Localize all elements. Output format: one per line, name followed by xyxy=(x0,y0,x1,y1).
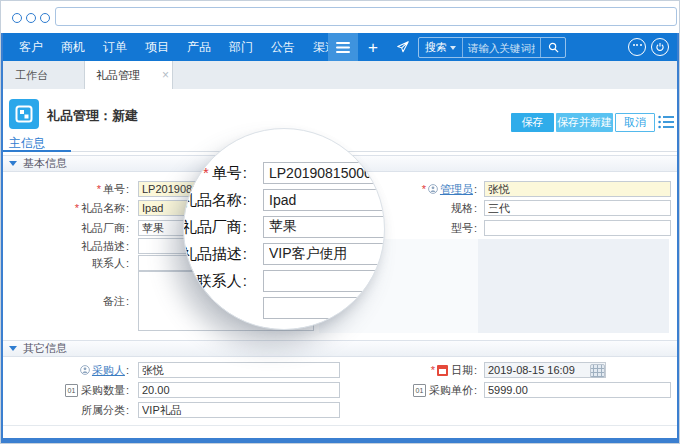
power-button[interactable] xyxy=(651,38,669,56)
section-other-info[interactable]: 其它信息 xyxy=(1,340,680,357)
person-icon xyxy=(80,365,90,375)
tab-workbench[interactable]: 工作台 xyxy=(1,61,85,89)
ellipsis-icon xyxy=(633,44,642,46)
more-options-button[interactable] xyxy=(628,38,646,56)
bottom-divider xyxy=(1,425,680,426)
main-nav: 客户 商机 订单 项目 产品 部门 公告 渠道 + 搜索 xyxy=(1,33,680,61)
field-label-docno: 单号 xyxy=(1,181,129,197)
power-icon xyxy=(655,42,665,52)
section-title: 其它信息 xyxy=(23,341,67,356)
tab-gift-management[interactable]: 礼品管理 × xyxy=(85,61,173,89)
field-label-remark: 备注 xyxy=(1,293,129,309)
browser-bar xyxy=(1,1,680,33)
disabled-fields-panel xyxy=(478,239,669,333)
quantity-input[interactable] xyxy=(138,382,340,398)
window-control-dot[interactable] xyxy=(40,13,50,23)
calendar-picker-icon[interactable] xyxy=(590,364,605,378)
person-icon xyxy=(428,184,438,194)
unit-price-input[interactable] xyxy=(484,382,671,398)
search-icon xyxy=(548,42,559,53)
list-view-icon[interactable] xyxy=(658,115,674,133)
section-title: 基本信息 xyxy=(23,156,67,171)
chevron-down-icon xyxy=(450,46,456,50)
search-submit-button[interactable] xyxy=(540,38,565,57)
admin-input[interactable] xyxy=(484,181,671,197)
hamburger-icon xyxy=(336,42,350,53)
page-title: 礼品管理：新建 xyxy=(47,107,138,125)
gift-module-icon xyxy=(9,99,39,129)
nav-item-product[interactable]: 产品 xyxy=(187,39,211,56)
window-frame-left xyxy=(1,33,3,444)
field-label-gift-name: 礼品名称 xyxy=(1,200,129,216)
field-label-contact: 联系人 xyxy=(1,255,129,271)
purchaser-link[interactable]: 采购人 xyxy=(92,362,125,378)
cancel-button[interactable]: 取消 xyxy=(615,113,655,132)
nav-item-order[interactable]: 订单 xyxy=(103,39,127,56)
address-bar-input[interactable] xyxy=(55,7,677,26)
admin-link[interactable]: 管理员 xyxy=(440,181,473,197)
app-window: 客户 商机 订单 项目 产品 部门 公告 渠道 + 搜索 xyxy=(0,0,680,444)
field-label-unit-price: 01 采购单价 xyxy=(341,382,477,398)
tab-bar: 工作台 礼品管理 × xyxy=(1,61,680,89)
search-scope-dropdown[interactable]: 搜索 xyxy=(419,38,463,57)
window-frame-right xyxy=(677,33,679,444)
close-icon[interactable]: × xyxy=(162,68,169,82)
collapse-arrow-icon xyxy=(9,346,17,351)
model-input[interactable] xyxy=(484,220,671,236)
field-label-description: 礼品描述 xyxy=(1,238,129,254)
nav-item-customer[interactable]: 客户 xyxy=(19,39,43,56)
nav-item-department[interactable]: 部门 xyxy=(229,39,253,56)
window-control-dot[interactable] xyxy=(26,13,36,23)
window-control-dot[interactable] xyxy=(12,13,22,23)
number-field-icon: 01 xyxy=(65,384,78,397)
calendar-badge-icon xyxy=(437,365,448,376)
window-frame-bottom xyxy=(1,438,680,444)
add-button[interactable]: + xyxy=(358,33,388,61)
spec-input[interactable] xyxy=(484,200,671,216)
field-label-date: 日期 xyxy=(341,362,477,378)
field-label-category: 所属分类 xyxy=(1,402,129,418)
number-field-icon: 01 xyxy=(413,384,426,397)
send-button[interactable] xyxy=(388,33,418,61)
nav-item-opportunity[interactable]: 商机 xyxy=(61,39,85,56)
field-label-vendor: 礼品厂商 xyxy=(1,220,129,236)
tab-label: 礼品管理 xyxy=(96,68,140,83)
hamburger-menu-button[interactable] xyxy=(328,33,358,61)
category-input[interactable] xyxy=(138,402,340,418)
send-icon xyxy=(396,40,410,54)
active-tab-underline xyxy=(1,150,71,152)
search-group: 搜索 xyxy=(418,37,566,58)
search-input[interactable] xyxy=(463,42,540,54)
date-input[interactable] xyxy=(484,362,606,378)
nav-item-project[interactable]: 项目 xyxy=(145,39,169,56)
save-and-new-button[interactable]: 保存并新建 xyxy=(556,113,613,132)
purchaser-input[interactable] xyxy=(138,362,340,378)
search-scope-label: 搜索 xyxy=(425,40,447,55)
nav-item-announcement[interactable]: 公告 xyxy=(271,39,295,56)
save-button[interactable]: 保存 xyxy=(511,113,554,132)
plus-icon: + xyxy=(368,39,378,56)
collapse-arrow-icon xyxy=(9,161,17,166)
nav-menu: 客户 商机 订单 项目 产品 部门 公告 渠道 xyxy=(19,33,337,61)
tab-label: 工作台 xyxy=(15,68,48,83)
field-label-purchaser: 采购人 xyxy=(1,362,129,378)
field-label-quantity: 01 采购数量 xyxy=(1,382,129,398)
